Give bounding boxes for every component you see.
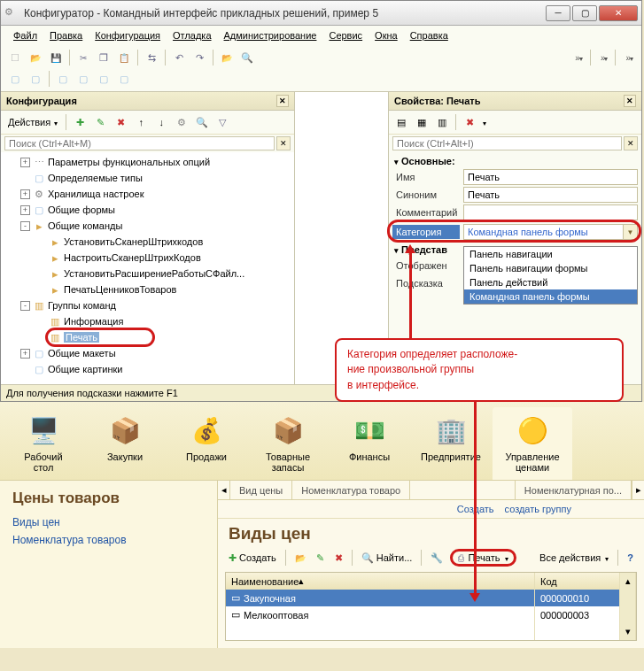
tool-d[interactable] [74, 70, 92, 88]
tree-item[interactable]: Общие картинки [1, 361, 294, 377]
scroll-down-icon[interactable]: ▾ [620, 623, 636, 640]
tree-item[interactable]: -Группы команд [1, 297, 294, 313]
props-dd-icon[interactable] [481, 117, 486, 127]
search-clear-icon[interactable]: ✕ [276, 136, 291, 150]
nav-item-2[interactable]: 💰Продажи [167, 407, 246, 480]
configure-button[interactable] [427, 551, 446, 566]
menu-debug[interactable]: Отладка [167, 27, 216, 43]
find-button[interactable]: Найти... [358, 551, 416, 566]
prop-comment-input[interactable] [463, 204, 638, 220]
tree-item[interactable]: -Общие команды [1, 218, 294, 234]
tool-f[interactable] [115, 70, 133, 88]
tree-item[interactable]: +Хранилища настроек [1, 186, 294, 202]
nav-item-3[interactable]: 📦Товарные запасы [248, 407, 328, 480]
tree-item[interactable]: УстановитьРасширениеРаботыСФайл... [1, 266, 294, 282]
undo-button[interactable] [170, 49, 188, 66]
create-group-link[interactable]: создать группу [505, 504, 571, 514]
open-button[interactable] [27, 49, 44, 66]
create-folder-button[interactable] [291, 551, 309, 565]
compare-button[interactable] [143, 49, 160, 66]
config-tree[interactable]: +Параметры функциональных опцийОпределяе… [1, 152, 294, 384]
expand-icon[interactable]: + [20, 205, 30, 215]
search-button[interactable] [238, 49, 256, 66]
crumb-left-icon[interactable]: ◂ [218, 481, 230, 499]
prop-synonym-input[interactable] [463, 187, 638, 203]
props-x-button[interactable] [461, 113, 478, 131]
tool-a[interactable] [6, 70, 24, 88]
option-actions-panel[interactable]: Панель действий [464, 275, 637, 289]
nav-item-1[interactable]: 📦Закупки [85, 407, 165, 480]
maximize-button[interactable]: ▢ [572, 5, 597, 21]
tree-item[interactable]: Информация [1, 313, 294, 329]
expand-icon[interactable] [20, 174, 30, 183]
cut-button[interactable] [74, 49, 92, 66]
copy-button[interactable] [95, 49, 113, 66]
option-form-nav-panel[interactable]: Панель навигации формы [464, 261, 637, 275]
find-button[interactable] [193, 113, 211, 131]
sort-button[interactable] [173, 113, 190, 131]
tree-item[interactable]: УстановитьСканерШтрихкодов [1, 234, 294, 250]
print-button[interactable]: Печать [450, 549, 516, 567]
create-button[interactable]: Создать [225, 551, 280, 566]
category-dropdown[interactable]: Панель навигации Панель навигации формы … [463, 246, 638, 305]
expand-icon[interactable] [20, 365, 30, 374]
actions-menu[interactable]: Действия [4, 116, 61, 128]
expand-icon[interactable]: + [20, 349, 30, 359]
tool-c[interactable] [54, 70, 72, 88]
edit-row-button[interactable] [313, 551, 328, 566]
delete-button[interactable] [112, 113, 129, 131]
tree-item[interactable]: НастроитьСканерШтрихКодов [1, 250, 294, 266]
expand-icon[interactable] [36, 333, 46, 343]
overflow-1[interactable]: » [570, 53, 586, 63]
delete-row-button[interactable] [331, 551, 346, 566]
filter-button[interactable] [213, 113, 231, 131]
tool-e[interactable] [95, 70, 113, 88]
all-actions-button[interactable]: Все действия [536, 551, 612, 565]
expand-icon[interactable]: - [20, 301, 30, 311]
view3-button[interactable]: ▥ [433, 113, 451, 131]
save-button[interactable] [47, 49, 65, 66]
minimize-button[interactable]: ─ [546, 5, 570, 21]
view2-button[interactable]: ▦ [413, 113, 431, 131]
props-search-input[interactable] [392, 136, 622, 150]
paste-button[interactable] [115, 49, 133, 66]
close-button[interactable]: ✕ [599, 5, 638, 21]
menu-edit[interactable]: Правка [44, 27, 88, 43]
up-button[interactable]: ↑ [132, 113, 150, 131]
props-close-icon[interactable]: ✕ [624, 95, 636, 107]
scroll-up-icon[interactable]: ▴ [620, 573, 636, 590]
crumb-right-icon[interactable]: ▸ [632, 481, 644, 499]
tree-item[interactable]: +Общие макеты [1, 345, 294, 361]
menu-file[interactable]: Файл [8, 27, 43, 43]
expand-icon[interactable] [36, 317, 46, 327]
option-nav-panel[interactable]: Панель навигации [464, 247, 637, 261]
crumb-1[interactable]: Номенклатура товаро [292, 481, 410, 499]
tool-b[interactable] [27, 70, 44, 88]
extra-button[interactable] [218, 49, 236, 66]
table-row[interactable]: ▭Закупочная000000010 [226, 590, 636, 606]
expand-icon[interactable]: + [20, 158, 30, 167]
side-link-0[interactable]: Виды цен [12, 516, 205, 528]
tree-item[interactable]: +Общие формы [1, 202, 294, 218]
chevron-down-icon[interactable]: ▼ [624, 224, 638, 240]
expand-icon[interactable]: - [20, 221, 30, 231]
expand-icon[interactable] [36, 269, 46, 279]
redo-button[interactable] [190, 49, 208, 66]
nav-item-0[interactable]: 🖥️Рабочий стол [4, 407, 83, 480]
help-button[interactable] [624, 551, 637, 565]
config-close-icon[interactable]: ✕ [276, 95, 289, 107]
tree-item[interactable]: +Параметры функциональных опций [1, 154, 294, 170]
nav-item-5[interactable]: 🏢Предприятие [411, 407, 491, 480]
expand-icon[interactable] [36, 285, 46, 295]
new-button[interactable] [6, 49, 24, 66]
category-combo[interactable]: ▼ [463, 224, 638, 240]
tree-item[interactable]: ПечатьЦенниковТоваров [1, 282, 294, 297]
menu-windows[interactable]: Окна [369, 27, 403, 43]
option-form-cmd-panel[interactable]: Командная панель формы [464, 289, 637, 304]
prop-name-input[interactable] [463, 169, 638, 185]
down-button[interactable]: ↓ [152, 113, 170, 131]
overflow-2[interactable]: » [595, 53, 611, 63]
col-name[interactable]: Наименование▴ [226, 573, 535, 590]
tree-item[interactable]: Определяемые типы [1, 170, 294, 186]
expand-icon[interactable] [36, 237, 46, 247]
